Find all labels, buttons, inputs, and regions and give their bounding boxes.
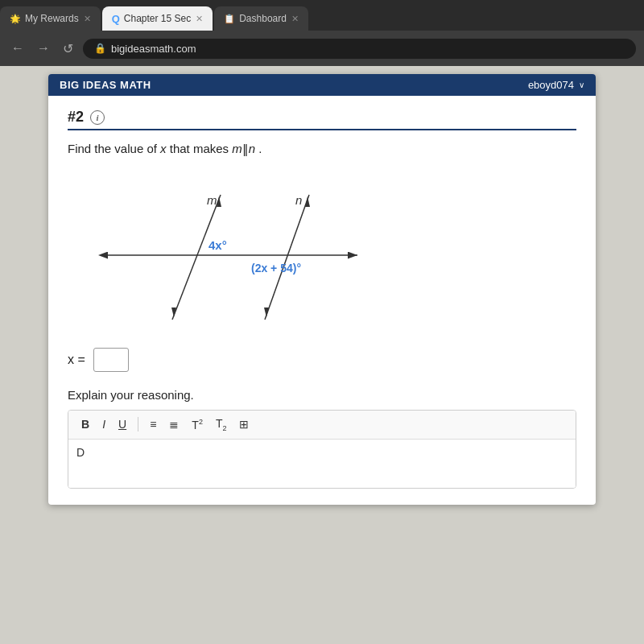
explain-label: Explain your reasoning. xyxy=(68,388,576,402)
bim-header: BIG IDEAS MATH eboyd074 ∨ xyxy=(48,74,596,96)
my-rewards-tab-label: My Rewards xyxy=(25,13,79,24)
editor-toolbar: B I U ≡ ≣ T2 T2 ⊞ xyxy=(68,411,576,440)
answer-input[interactable] xyxy=(93,348,129,372)
tab-my-rewards[interactable]: 🌟 My Rewards ✕ xyxy=(0,6,101,31)
back-button[interactable]: ← xyxy=(8,39,27,57)
svg-marker-6 xyxy=(217,196,221,207)
underline-button[interactable]: U xyxy=(114,416,131,432)
subscript-button[interactable]: T2 xyxy=(211,415,232,434)
tab-chapter-15[interactable]: Q Chapter 15 Sec ✕ xyxy=(102,6,213,31)
chapter-tab-close[interactable]: ✕ xyxy=(196,14,203,24)
info-icon[interactable]: i xyxy=(90,110,105,125)
editor-body[interactable]: D xyxy=(68,440,576,488)
question-area: #2 i Find the value of x that makes m‖n … xyxy=(48,96,596,505)
italic-button[interactable]: I xyxy=(97,416,110,432)
lock-icon: 🔒 xyxy=(94,43,106,54)
svg-marker-10 xyxy=(264,308,269,317)
tab-bar: 🌟 My Rewards ✕ Q Chapter 15 Sec ✕ 📋 Dash… xyxy=(0,0,644,31)
text-editor: B I U ≡ ≣ T2 T2 ⊞ D xyxy=(68,410,576,489)
address-bar-row: ← → ↺ 🔒 bigideasmath.com xyxy=(0,31,644,66)
editor-content: D xyxy=(76,446,85,459)
angle1-label: 4x° xyxy=(208,238,227,252)
content-card: BIG IDEAS MATH eboyd074 ∨ #2 i Find the … xyxy=(48,74,596,505)
line-n-label: n xyxy=(295,193,302,207)
question-number-text: #2 xyxy=(68,109,84,126)
numbered-list-button[interactable]: ≣ xyxy=(164,416,184,432)
bim-logo: BIG IDEAS MATH xyxy=(60,79,151,91)
question-number: #2 i xyxy=(68,109,576,130)
answer-prefix: x = xyxy=(68,353,85,367)
my-rewards-tab-icon: 🌟 xyxy=(10,14,21,24)
user-chevron-icon: ∨ xyxy=(579,80,584,89)
username: eboyd074 xyxy=(528,79,574,91)
superscript-button[interactable]: T2 xyxy=(187,416,208,433)
url-text: bigideasmath.com xyxy=(111,43,196,55)
dashboard-tab-close[interactable]: ✕ xyxy=(291,14,299,24)
svg-marker-9 xyxy=(305,196,310,207)
bold-button[interactable]: B xyxy=(76,416,94,432)
page-wrapper: BIG IDEAS MATH eboyd074 ∨ #2 i Find the … xyxy=(0,66,644,644)
bullet-list-button[interactable]: ≡ xyxy=(145,416,161,432)
dashboard-tab-label: Dashboard xyxy=(239,13,287,24)
user-info[interactable]: eboyd074 ∨ xyxy=(528,79,584,91)
chapter-tab-label: Chapter 15 Sec xyxy=(124,13,191,24)
tab-dashboard[interactable]: 📋 Dashboard ✕ xyxy=(214,6,308,31)
forward-button[interactable]: → xyxy=(34,39,53,57)
browser-chrome: 🌟 My Rewards ✕ Q Chapter 15 Sec ✕ 📋 Dash… xyxy=(0,0,644,66)
answer-row: x = xyxy=(68,348,576,372)
svg-line-8 xyxy=(265,195,309,320)
my-rewards-tab-close[interactable]: ✕ xyxy=(84,14,91,24)
reload-button[interactable]: ↺ xyxy=(60,39,76,58)
chapter-tab-icon: Q xyxy=(112,13,120,25)
toolbar-separator-1 xyxy=(138,417,138,431)
table-button[interactable]: ⊞ xyxy=(234,416,254,432)
geometry-diagram: m n 4x° (2x + 54)° xyxy=(84,171,390,332)
question-text: Find the value of x that makes m‖n . xyxy=(68,142,576,156)
svg-line-5 xyxy=(172,195,221,320)
angle2-label: (2x + 54)° xyxy=(251,262,301,275)
address-bar[interactable]: 🔒 bigideasmath.com xyxy=(83,39,636,59)
dashboard-tab-icon: 📋 xyxy=(224,14,235,24)
line-m-label: m xyxy=(207,193,217,207)
diagram-container: m n 4x° (2x + 54)° xyxy=(84,171,390,332)
